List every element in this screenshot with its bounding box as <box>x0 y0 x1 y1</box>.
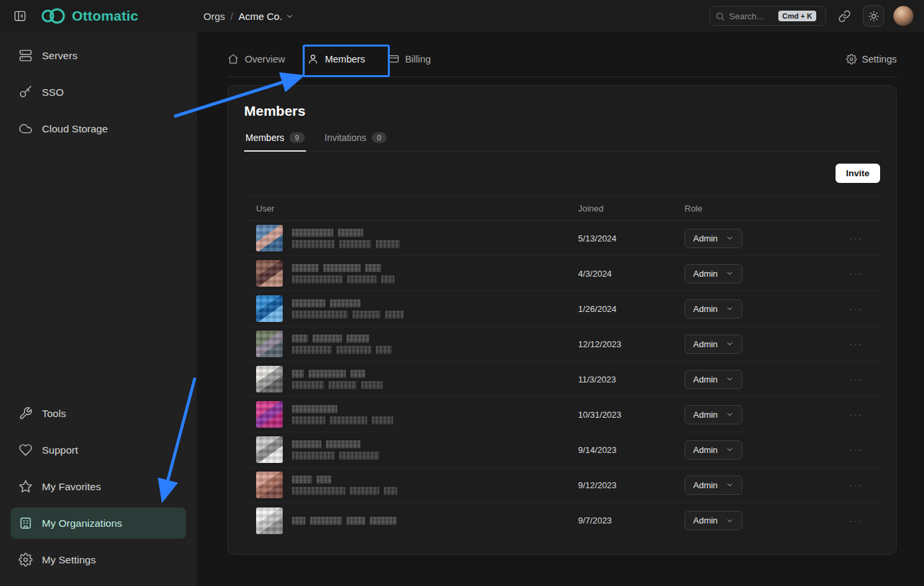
role-label: Admin <box>693 304 718 314</box>
role-dropdown[interactable]: Admin <box>685 511 742 530</box>
user-avatar[interactable] <box>893 6 913 26</box>
row-menu-button[interactable]: ··· <box>849 338 863 349</box>
row-menu-button[interactable]: ··· <box>849 515 863 526</box>
role-cell: Admin <box>673 335 832 354</box>
table-row: 10/31/2023 Admin ··· <box>244 397 880 432</box>
settings-label: Settings <box>862 54 897 65</box>
role-dropdown[interactable]: Admin <box>685 440 742 460</box>
search-input[interactable] <box>729 11 774 21</box>
link-icon <box>838 10 851 23</box>
joined-date: 9/12/2023 <box>566 480 673 490</box>
credit-card-icon <box>388 53 399 65</box>
row-menu-button[interactable]: ··· <box>849 408 863 420</box>
sidebar-item-support[interactable]: Support <box>11 434 186 466</box>
role-cell: Admin <box>673 440 832 460</box>
org-settings-link[interactable]: Settings <box>846 54 897 65</box>
sidebar-item-cloud-storage[interactable]: Cloud Storage <box>11 113 186 144</box>
redacted-name <box>292 299 404 307</box>
role-dropdown[interactable]: Admin <box>685 476 742 495</box>
user-cell <box>244 401 566 428</box>
sidebar-item-my-settings[interactable]: My Settings <box>11 544 186 575</box>
tab-billing[interactable]: Billing <box>388 53 431 65</box>
chevron-down-icon <box>726 375 734 383</box>
panel-tab-invitations[interactable]: Invitations 0 <box>323 132 388 151</box>
row-menu-button[interactable]: ··· <box>849 444 863 455</box>
breadcrumb-orgs[interactable]: Orgs <box>204 11 226 22</box>
joined-date: 11/3/2023 <box>566 374 673 384</box>
invite-button[interactable]: Invite <box>836 164 880 183</box>
logo-text: Ottomatic <box>72 8 138 24</box>
redacted-name <box>292 440 379 448</box>
panel-tab-members[interactable]: Members 9 <box>244 132 306 151</box>
user-cell <box>244 331 566 357</box>
connections-button[interactable] <box>836 7 853 25</box>
table-row: 9/14/2023 Admin ··· <box>244 432 880 468</box>
chevron-down-icon <box>726 446 734 454</box>
panel-tab-label: Invitations <box>325 132 367 143</box>
sidebar-item-tools[interactable]: Tools <box>11 398 186 429</box>
user-cell <box>244 295 566 322</box>
row-menu-button[interactable]: ··· <box>849 303 863 314</box>
table-row: 9/7/2023 Admin ··· <box>244 503 880 538</box>
tab-members[interactable]: Members <box>307 53 365 65</box>
panel-tab-label: Members <box>245 132 284 143</box>
sidebar-item-label: Servers <box>42 50 77 62</box>
servers-icon <box>19 49 33 63</box>
sidebar-item-label: My Organizations <box>42 517 122 529</box>
chevron-down-icon <box>726 340 734 348</box>
sun-icon <box>868 11 879 22</box>
redacted-email <box>292 487 397 495</box>
table-row: 12/12/2023 Admin ··· <box>244 327 880 362</box>
building-icon <box>19 516 33 530</box>
role-cell: Admin <box>673 264 832 283</box>
user-cell <box>244 508 566 534</box>
gear-icon <box>19 553 33 567</box>
ottomatic-logo-icon <box>40 7 67 25</box>
role-dropdown[interactable]: Admin <box>685 335 742 354</box>
actions-cell: ··· <box>832 338 880 350</box>
sidebar-bottom-group: Tools Support My Favorites My Organizati… <box>11 398 186 575</box>
search-icon <box>715 11 725 21</box>
org-switcher[interactable]: Acme Co. <box>239 11 295 22</box>
redacted-name <box>292 229 400 237</box>
gear-icon <box>846 54 857 65</box>
table-body: 5/13/2024 Admin ··· 4/3/2024 Admin <box>244 221 880 538</box>
row-menu-button[interactable]: ··· <box>849 267 863 279</box>
role-dropdown[interactable]: Admin <box>685 299 742 319</box>
home-icon <box>228 53 239 65</box>
actions-cell: ··· <box>832 479 880 491</box>
table-row: 4/3/2024 Admin ··· <box>244 256 880 291</box>
role-dropdown[interactable]: Admin <box>685 405 742 424</box>
sidebar-item-sso[interactable]: SSO <box>11 76 186 108</box>
theme-toggle-button[interactable] <box>863 5 884 27</box>
sidebar-item-my-organizations[interactable]: My Organizations <box>11 508 186 539</box>
actions-cell: ··· <box>832 408 880 420</box>
row-menu-button[interactable]: ··· <box>849 373 863 384</box>
role-dropdown[interactable]: Admin <box>685 229 742 248</box>
role-dropdown[interactable]: Admin <box>685 370 742 389</box>
joined-date: 9/7/2023 <box>566 515 673 525</box>
app-logo[interactable]: Ottomatic <box>40 7 138 25</box>
chevron-down-icon <box>726 269 734 277</box>
column-header-joined: Joined <box>566 204 673 214</box>
redacted-name <box>292 335 392 343</box>
sidebar-top-group: Servers SSO Cloud Storage <box>11 40 186 144</box>
role-label: Admin <box>693 269 718 279</box>
members-count-badge: 9 <box>289 132 304 143</box>
search-box[interactable]: Cmd + K <box>709 6 826 26</box>
row-menu-button[interactable]: ··· <box>849 232 863 243</box>
chevron-down-icon <box>726 305 734 313</box>
row-menu-button[interactable]: ··· <box>849 479 863 490</box>
role-dropdown[interactable]: Admin <box>685 264 742 283</box>
top-header: Ottomatic Orgs / Acme Co. Cmd + K <box>0 0 924 32</box>
tab-overview[interactable]: Overview <box>228 53 285 65</box>
tab-label: Overview <box>245 54 285 65</box>
sidebar-item-my-favorites[interactable]: My Favorites <box>11 471 186 502</box>
chevron-down-icon <box>726 234 734 242</box>
tab-label: Members <box>325 54 365 65</box>
redacted-user-info <box>292 440 379 460</box>
sidebar-collapse-button[interactable] <box>11 7 29 25</box>
avatar <box>256 508 283 534</box>
sidebar-item-servers[interactable]: Servers <box>11 40 186 71</box>
invitations-count-badge: 0 <box>372 132 386 143</box>
